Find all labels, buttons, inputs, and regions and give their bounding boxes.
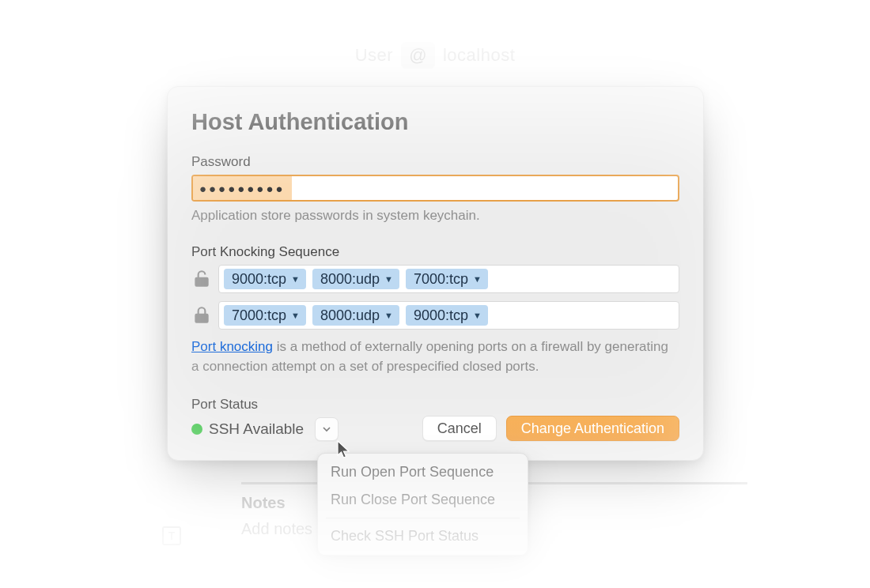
close-sequence-input[interactable]: 7000:tcp▼ 8000:udp▼ 9000:tcp▼ — [218, 301, 679, 330]
lock-closed-icon — [191, 305, 212, 326]
menu-separator — [326, 518, 520, 518]
open-seq-tag-3[interactable]: 7000:tcp▼ — [406, 269, 488, 289]
password-hint: Application store passwords in system ke… — [191, 208, 679, 224]
cancel-button[interactable]: Cancel — [422, 416, 497, 441]
password-input[interactable]: ●●●●●●●●● — [191, 175, 679, 202]
port-status-value: SSH Available — [209, 420, 304, 438]
port-status-label: Port Status — [191, 397, 422, 413]
lock-open-icon — [191, 269, 212, 289]
text-note-icon: T — [162, 526, 181, 545]
open-sequence-input[interactable]: 9000:tcp▼ 8000:udp▼ 7000:tcp▼ — [218, 265, 679, 293]
menu-item-check-ssh[interactable]: Check SSH Port Status — [318, 522, 528, 550]
password-masked-value: ●●●●●●●●● — [193, 176, 292, 200]
host-placeholder: localhost — [443, 45, 515, 66]
open-seq-tag-1[interactable]: 9000:tcp▼ — [224, 269, 306, 289]
open-sequence-row: 9000:tcp▼ 8000:udp▼ 7000:tcp▼ — [191, 265, 679, 293]
password-label: Password — [191, 154, 679, 170]
chevron-down-icon: ▼ — [473, 311, 482, 320]
port-knocking-link[interactable]: Port knocking — [191, 339, 273, 354]
port-status-menu: Run Open Port Sequence Run Close Port Se… — [317, 453, 528, 556]
chevron-down-icon: ▼ — [384, 311, 393, 320]
dialog-title: Host Authentication — [191, 109, 679, 135]
menu-item-run-open[interactable]: Run Open Port Sequence — [318, 458, 528, 486]
menu-item-run-close[interactable]: Run Close Port Sequence — [318, 486, 528, 514]
user-placeholder: User — [355, 45, 393, 66]
chevron-down-icon: ▼ — [473, 274, 482, 284]
chevron-down-icon — [322, 424, 331, 434]
status-indicator-icon — [191, 424, 202, 435]
at-separator: @ — [401, 42, 435, 69]
close-seq-tag-3[interactable]: 9000:tcp▼ — [406, 305, 488, 326]
chevron-down-icon: ▼ — [384, 274, 393, 284]
port-status-menu-button[interactable] — [315, 417, 339, 441]
change-authentication-button[interactable]: Change Authentication — [506, 416, 679, 441]
chevron-down-icon: ▼ — [291, 274, 300, 284]
close-seq-tag-1[interactable]: 7000:tcp▼ — [224, 305, 306, 326]
port-knocking-description: Port knocking is a method of externally … — [191, 337, 679, 376]
host-authentication-dialog: Host Authentication Password ●●●●●●●●● A… — [167, 86, 704, 461]
close-seq-tag-2[interactable]: 8000:udp▼ — [312, 305, 399, 326]
port-knocking-label: Port Knocking Sequence — [191, 244, 679, 260]
open-seq-tag-2[interactable]: 8000:udp▼ — [312, 269, 399, 289]
chevron-down-icon: ▼ — [291, 311, 300, 320]
close-sequence-row: 7000:tcp▼ 8000:udp▼ 9000:tcp▼ — [191, 301, 679, 330]
background-connection-header: User @ localhost — [119, 32, 751, 79]
